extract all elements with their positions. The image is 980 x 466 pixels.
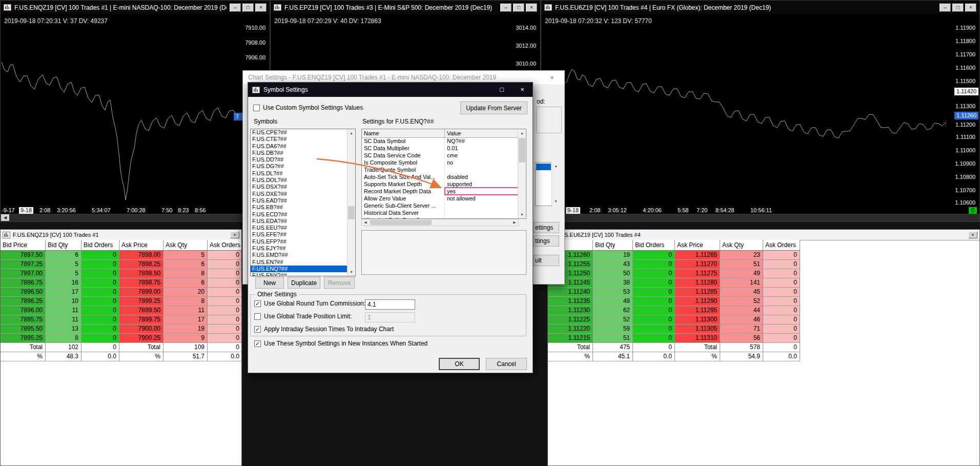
settings-hscrollbar[interactable]: ◀ ▶ bbox=[361, 219, 519, 226]
value-column-header[interactable]: Value bbox=[445, 129, 518, 137]
symbol-list-item[interactable]: F.US.EAD?## bbox=[251, 197, 348, 204]
depth-row[interactable]: 1.112505001.11275490 bbox=[548, 269, 800, 278]
depth-row[interactable]: 1.112354801.11290520 bbox=[548, 297, 800, 306]
depth-cell[interactable]: 7899.25 bbox=[119, 297, 164, 306]
depth-cell[interactable]: 0 bbox=[81, 297, 119, 306]
depth-cell[interactable]: 7899.50 bbox=[119, 306, 164, 315]
restore-button[interactable]: □ bbox=[513, 4, 524, 12]
scroll-left-icon[interactable]: ◀ bbox=[362, 219, 369, 226]
depth-cell[interactable]: 19 bbox=[164, 325, 208, 334]
depth-row[interactable]: 1.112554301.11270510 bbox=[548, 260, 800, 269]
depth-cell[interactable]: Bid Orders bbox=[633, 240, 675, 251]
depth-cell[interactable]: 0 bbox=[208, 269, 242, 278]
dialog-titlebar[interactable]: Symbol Settings □ × bbox=[248, 83, 533, 97]
depth-cell[interactable]: 0 bbox=[81, 343, 119, 352]
depth-cell[interactable]: 0 bbox=[81, 315, 119, 325]
update-from-server-button[interactable]: Update From Server bbox=[460, 102, 527, 114]
depth-cell[interactable]: 0 bbox=[633, 269, 675, 278]
symbol-list-item[interactable]: F.US.EN?## bbox=[251, 259, 348, 266]
depth-cell[interactable]: 0 bbox=[763, 343, 800, 352]
depth-cell[interactable]: 0 bbox=[208, 251, 242, 260]
depth-cell[interactable]: 0 bbox=[763, 325, 800, 334]
depth-cell[interactable]: 0.0 bbox=[208, 352, 242, 361]
chart-hscrollbar[interactable]: ◀ bbox=[541, 214, 979, 221]
depth-cell[interactable]: Total bbox=[1, 343, 46, 352]
depth-row[interactable]: 7896.251007899.2580 bbox=[1, 297, 242, 306]
depth-cell[interactable]: 51 bbox=[720, 260, 763, 269]
depth-cell[interactable]: 20 bbox=[164, 288, 208, 297]
depth-cell[interactable]: 0.0 bbox=[81, 352, 119, 361]
symbols-scrollbar[interactable]: ▲ ▼ bbox=[347, 129, 355, 276]
intraday-session-row[interactable]: ✓ Apply Intraday Session Times To Intrad… bbox=[254, 326, 394, 333]
depth-cell[interactable]: 1.11270 bbox=[675, 260, 720, 269]
depth-cell[interactable]: 1.11285 bbox=[675, 288, 720, 297]
settings-row[interactable]: Historical Data Server bbox=[362, 209, 518, 216]
depth-cell[interactable]: % bbox=[119, 352, 164, 361]
depth-cell[interactable]: 7899.75 bbox=[119, 315, 164, 325]
depth-cell[interactable]: 0 bbox=[208, 315, 242, 325]
round-turn-input[interactable] bbox=[365, 299, 415, 310]
symbol-list-item[interactable]: F.US.DG?## bbox=[251, 163, 348, 170]
titlebar[interactable]: F.US.ENQZ19 [CV] 100 Trades #1 × bbox=[1, 230, 241, 240]
button-fragment-1[interactable]: ettings bbox=[534, 222, 559, 233]
depth-cell[interactable]: 0 bbox=[81, 306, 119, 315]
depth-cell[interactable]: 17 bbox=[164, 315, 208, 325]
depth-cell[interactable]: 48 bbox=[593, 297, 633, 306]
depth-cell[interactable]: Ask Qty bbox=[164, 240, 208, 251]
close-button[interactable]: × bbox=[968, 231, 977, 238]
depth-cell[interactable]: 7896.75 bbox=[1, 278, 46, 288]
scroll-right-icon[interactable]: ▶ bbox=[511, 219, 518, 226]
depth-cell[interactable]: 0 bbox=[81, 288, 119, 297]
depth-cell[interactable]: Bid Price bbox=[1, 240, 46, 251]
depth-row[interactable]: 7897.00507898.5080 bbox=[1, 269, 242, 278]
symbol-list-item[interactable]: F.US.DXE?## bbox=[251, 191, 348, 197]
use-these-settings-row[interactable]: ✓ Use These Symbol Settings in New Insta… bbox=[254, 340, 427, 347]
depth-cell[interactable]: 7895.50 bbox=[1, 325, 46, 334]
symbol-list-item[interactable]: F.US.EEU?## bbox=[251, 225, 348, 231]
intraday-session-checkbox[interactable]: ✓ bbox=[254, 326, 261, 333]
depth-cell[interactable]: 71 bbox=[720, 325, 763, 334]
depth-cell[interactable]: 7897.00 bbox=[1, 269, 46, 278]
settings-row[interactable]: Auto-Set Tick Size And Val...disabled bbox=[362, 173, 518, 180]
depth-cell[interactable]: 1.11300 bbox=[675, 315, 720, 325]
settings-scrollbar[interactable]: ▲ ▼ bbox=[518, 129, 526, 218]
symbol-list-item[interactable]: F.US.EJY?## bbox=[251, 245, 348, 252]
depth-cell[interactable]: 0 bbox=[208, 306, 242, 315]
depth-cell[interactable]: 0 bbox=[81, 251, 119, 260]
depth-row[interactable]: Total1020Total1090 bbox=[1, 343, 242, 352]
depth-cell[interactable]: 0 bbox=[633, 315, 675, 325]
scrollbar-thumb[interactable] bbox=[348, 206, 355, 219]
depth-cell[interactable]: Bid Orders bbox=[81, 240, 119, 251]
depth-cell[interactable]: 0 bbox=[208, 325, 242, 334]
depth-cell[interactable]: Ask Qty bbox=[720, 240, 763, 251]
symbol-list-item[interactable]: F.US.EMD?## bbox=[251, 252, 348, 258]
depth-cell[interactable]: 0 bbox=[633, 306, 675, 315]
settings-table-header[interactable]: Name Value bbox=[362, 129, 518, 138]
symbol-list-item[interactable]: F.US.CPE?## bbox=[251, 129, 348, 136]
scroll-up-icon[interactable]: ▲ bbox=[518, 129, 526, 137]
depth-cell[interactable]: Bid Qty bbox=[593, 240, 633, 251]
depth-cell[interactable]: 1.11280 bbox=[675, 278, 720, 288]
depth-cell[interactable]: 11 bbox=[46, 315, 81, 325]
depth-cell[interactable]: 45 bbox=[720, 288, 763, 297]
depth-cell[interactable]: 0 bbox=[763, 306, 800, 315]
close-button[interactable]: × bbox=[255, 4, 267, 12]
scroll-down-icon[interactable]: ▼ bbox=[552, 197, 560, 205]
depth-cell[interactable]: 8 bbox=[164, 269, 208, 278]
depth-cell[interactable]: 0 bbox=[763, 297, 800, 306]
depth-cell[interactable]: 578 bbox=[720, 343, 763, 352]
depth-cell[interactable]: 52 bbox=[593, 315, 633, 325]
depth-cell[interactable]: 13 bbox=[46, 325, 81, 334]
symbol-list-item[interactable]: F.US.EB?## bbox=[251, 204, 348, 211]
depth-cell[interactable]: Ask Price bbox=[675, 240, 720, 251]
depth-cell[interactable]: 0 bbox=[81, 269, 119, 278]
titlebar[interactable]: US.EU6Z19 [CV] 100 Trades #4 × bbox=[548, 230, 979, 240]
depth-cell[interactable]: Total bbox=[675, 343, 720, 352]
depth-cell[interactable]: 0 bbox=[208, 343, 242, 352]
scrollbar-fragment[interactable]: ▲ ▼ bbox=[552, 162, 560, 205]
symbol-list-item[interactable]: F.US.ENY?## bbox=[251, 272, 348, 276]
position-limit-checkbox[interactable] bbox=[254, 313, 261, 320]
depth-cell[interactable]: 52 bbox=[720, 297, 763, 306]
depth-cell[interactable]: 7897.25 bbox=[1, 260, 46, 269]
depth-cell[interactable]: 50 bbox=[593, 269, 633, 278]
